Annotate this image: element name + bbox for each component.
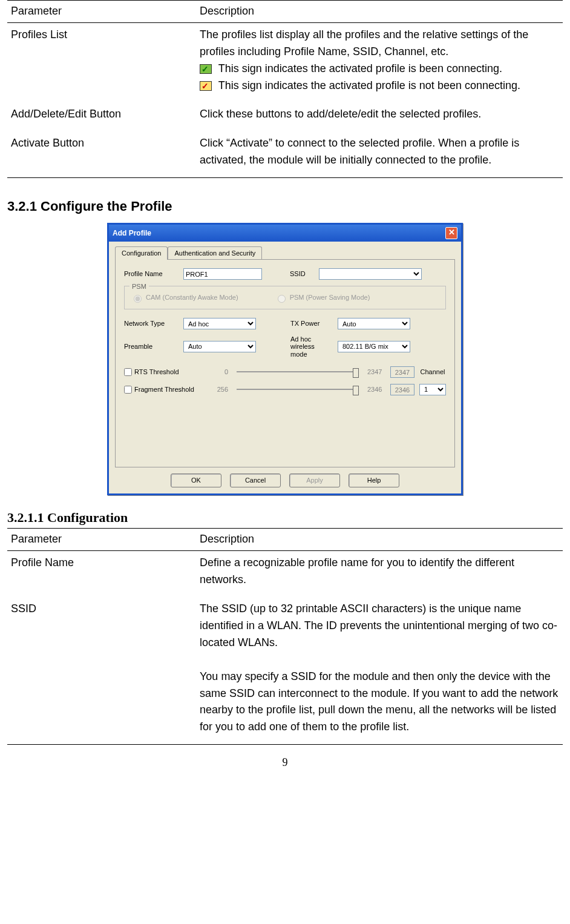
- tab-pane-configuration: Profile Name SSID PSM CAM (Constantly Aw…: [115, 259, 455, 467]
- t2-header-param: Parameter: [7, 529, 196, 551]
- cam-radio: CAM (Constantly Awake Mode): [131, 292, 238, 303]
- network-type-select[interactable]: Ad hoc: [183, 318, 256, 329]
- t2-r1-param: SSID: [7, 597, 196, 745]
- profile-name-label: Profile Name: [124, 269, 179, 279]
- t1-r0-desc-line1: The profiles list display all the profil…: [200, 28, 528, 58]
- t2-header-desc: Description: [196, 529, 563, 551]
- t1-r0-icon2-text: This sign indicates the activated profil…: [218, 79, 520, 91]
- psm-legend: PSM: [129, 282, 149, 292]
- rts-label: RTS Threshold: [134, 367, 179, 377]
- frag-checkbox-input[interactable]: [124, 386, 132, 394]
- t2-r1-desc2: You may specify a SSID for the module an…: [200, 670, 558, 733]
- profile-name-input[interactable]: [183, 268, 262, 280]
- cam-radio-input: [134, 295, 142, 303]
- help-button[interactable]: Help: [349, 474, 399, 487]
- frag-checkbox[interactable]: Fragment Threshold: [124, 384, 209, 395]
- parameters-table-1: Parameter Description Profiles List The …: [7, 0, 563, 178]
- frag-slider[interactable]: [237, 389, 359, 390]
- t2-r1-desc: The SSID (up to 32 printable ASCII chara…: [196, 597, 563, 745]
- apply-button: Apply: [289, 474, 340, 487]
- close-icon[interactable]: ✕: [445, 227, 457, 239]
- t1-r2-param: Activate Button: [7, 131, 196, 177]
- ok-button[interactable]: OK: [171, 474, 221, 487]
- rts-checkbox[interactable]: RTS Threshold: [124, 367, 209, 377]
- t1-header-param: Parameter: [7, 1, 196, 23]
- dialog-title: Add Profile: [113, 228, 151, 239]
- adhoc-mode-label: Ad hoc wireless mode: [290, 335, 333, 357]
- network-type-label: Network Type: [124, 318, 179, 329]
- frag-max: 2346: [367, 384, 385, 395]
- preamble-label: Preamble: [124, 342, 179, 352]
- channel-select[interactable]: 1: [419, 384, 446, 395]
- page-number: 9: [7, 754, 563, 771]
- t2-r0-desc: Define a recognizable profile name for y…: [196, 551, 563, 597]
- t1-r2-desc: Click “Activate” to connect to the selec…: [196, 131, 563, 177]
- parameters-table-2: Parameter Description Profile Name Defin…: [7, 528, 563, 745]
- t1-header-desc: Description: [196, 1, 563, 23]
- t2-r0-param: Profile Name: [7, 551, 196, 597]
- t1-r1-desc: Click these buttons to add/delete/edit t…: [196, 102, 563, 131]
- tab-configuration[interactable]: Configuration: [115, 246, 168, 260]
- frag-value: 2346: [390, 384, 414, 395]
- t1-r0-icon1-text: This sign indicates the activated profil…: [218, 62, 502, 74]
- frag-label: Fragment Threshold: [134, 384, 194, 395]
- txpower-label: TX Power: [290, 318, 333, 329]
- tab-auth-security[interactable]: Authentication and Security: [168, 246, 262, 260]
- txpower-select[interactable]: Auto: [338, 318, 410, 329]
- rts-min: 0: [214, 367, 228, 377]
- ssid-select[interactable]: [319, 268, 422, 280]
- psm-groupbox: PSM CAM (Constantly Awake Mode) PSM (Pow…: [124, 286, 446, 309]
- cancel-button[interactable]: Cancel: [230, 474, 281, 487]
- t1-r1-param: Add/Delete/Edit Button: [7, 102, 196, 131]
- rts-slider[interactable]: [237, 371, 359, 372]
- adhoc-mode-select[interactable]: 802.11 B/G mix: [338, 341, 410, 352]
- subsection-3-2-1-1-heading: 3.2.1.1 Configuration: [7, 507, 563, 528]
- add-profile-dialog: Add Profile ✕ Configuration Authenticati…: [107, 223, 463, 495]
- rts-max: 2347: [367, 367, 385, 377]
- t1-r0-desc: The profiles list display all the profil…: [196, 22, 563, 102]
- status-disconnected-icon: [200, 81, 212, 91]
- t1-r0-param: Profiles List: [7, 22, 196, 102]
- rts-value: 2347: [390, 366, 414, 378]
- preamble-select[interactable]: Auto: [183, 341, 256, 352]
- rts-checkbox-input[interactable]: [124, 368, 132, 376]
- frag-min: 256: [214, 384, 228, 395]
- ssid-label: SSID: [290, 269, 314, 279]
- section-3-2-1-heading: 3.2.1 Configure the Profile: [7, 196, 563, 217]
- cam-radio-label: CAM (Constantly Awake Mode): [146, 292, 238, 303]
- psm-radio-label: PSM (Power Saving Mode): [290, 292, 370, 303]
- channel-label: Channel: [419, 367, 446, 377]
- status-connected-icon: [200, 64, 212, 74]
- t2-r1-desc1: The SSID (up to 32 printable ASCII chara…: [200, 602, 557, 648]
- psm-radio: PSM (Power Saving Mode): [275, 292, 370, 303]
- psm-radio-input: [278, 295, 286, 303]
